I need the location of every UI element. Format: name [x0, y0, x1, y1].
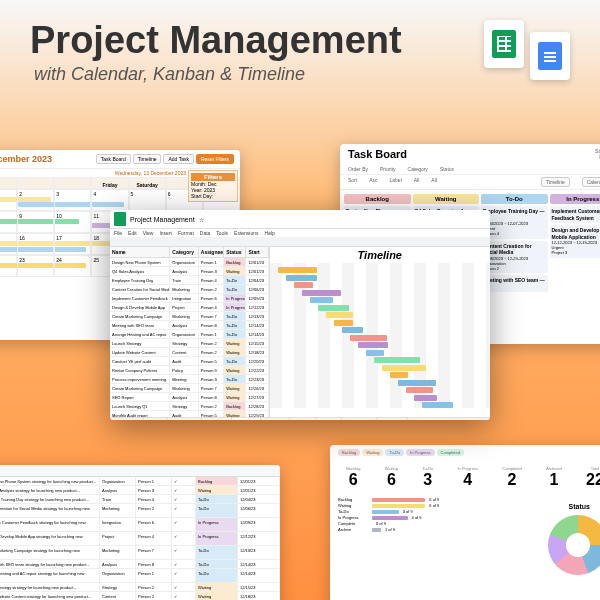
sheet-tab[interactable]: ▸ To-Do [317, 418, 342, 420]
sheet-tab[interactable]: ▸ Backlog [261, 418, 289, 420]
gantt-bar[interactable] [286, 275, 317, 281]
table-row[interactable]: Design New Phone System strategy for lau… [0, 477, 280, 486]
table-row[interactable]: Q4 Sales Analysis strategy for launching… [0, 486, 280, 495]
menu-item[interactable]: Help [265, 230, 275, 236]
status-counts: Backlog6Waiting6To-Do3In Progress4Comple… [330, 460, 600, 495]
menu-item[interactable]: Data [200, 230, 211, 236]
gantt-bar[interactable] [310, 297, 334, 303]
status-pill: To-Do [385, 449, 404, 456]
gantt-bar[interactable] [422, 402, 453, 408]
table-row[interactable]: Meeting with SEO team strategy for launc… [0, 560, 280, 569]
menu-item[interactable]: Tools [216, 230, 228, 236]
menu-item[interactable]: Format [178, 230, 194, 236]
table-row[interactable]: Monthly Audit reportAuditPerson 5Waiting… [110, 411, 269, 417]
table-row[interactable]: Launch StrategyStrategyPerson 2Waiting12… [110, 339, 269, 348]
count-stat: Completed2 [502, 466, 521, 489]
gantt-bar[interactable] [398, 380, 437, 386]
table-row[interactable]: Launch Strategy Q1StrategyPerson 2Backlo… [110, 402, 269, 411]
gantt-bar[interactable] [318, 305, 350, 311]
table-row[interactable]: Content Creation for Social Media strate… [0, 504, 280, 518]
count-stat: Backlog6 [346, 466, 360, 489]
sheet-tab[interactable]: ▸ Waiting [290, 418, 317, 420]
reset-filters-button[interactable]: Reset Filters [196, 154, 234, 164]
table-row[interactable]: Create Marketing CampaignMarketingPerson… [110, 312, 269, 321]
sheet-tab[interactable]: ▸ Task Board [168, 418, 202, 420]
task-board-button[interactable]: Task Board [96, 154, 131, 164]
timeline-button[interactable]: Timeline [133, 154, 162, 164]
gantt-bar[interactable] [342, 327, 363, 333]
calendar-button[interactable]: Calendar [582, 177, 600, 187]
app-icons [484, 20, 570, 68]
sheet-tab[interactable]: ▸ Calendar [202, 418, 232, 420]
timeline-area[interactable]: Timeline [270, 247, 490, 417]
kanban-card[interactable]: Implement Customer Feedback System [550, 206, 601, 223]
gantt-bar[interactable] [358, 342, 388, 348]
gantt-bar[interactable] [374, 357, 420, 363]
filters-title: Filters [191, 173, 235, 181]
table-row[interactable]: Design & Develop Mobile App strategy for… [0, 532, 280, 546]
gantt-bar[interactable] [406, 387, 434, 393]
task-list[interactable]: NameCategoryAssigneeStatusStart Design N… [110, 247, 270, 417]
kanban-card[interactable]: Employee Training Day — 112/04/2023 ~ 12… [481, 206, 548, 239]
table-row[interactable]: Design & Develop Mobile AppProjectPerson… [110, 303, 269, 312]
table-row[interactable]: Update Website ContentContentPerson 2Wai… [110, 348, 269, 357]
star-icon[interactable]: ☆ [199, 216, 204, 223]
status-bar-row: Backlog6 of 9 [338, 497, 600, 502]
gantt-bar[interactable] [302, 290, 342, 296]
gantt-bar[interactable] [334, 320, 354, 326]
menu-item[interactable]: Insert [159, 230, 172, 236]
sheet-tab[interactable]: ▸ Timeline [232, 418, 261, 420]
kanban-card[interactable]: Meeting with SEO team — 3 [481, 275, 548, 292]
table-row[interactable]: Create Marketing CampaignMarketingPerson… [110, 384, 269, 393]
table-row[interactable]: Employee Training DayTrainPerson 4To-Do1… [110, 276, 269, 285]
task-board-meta: Start: 12Part: 4 [595, 148, 600, 160]
table-row[interactable]: Create Marketing Campaign strategy for l… [0, 546, 280, 560]
menu-bar[interactable]: FileEditViewInsertFormatDataToolsExtensi… [110, 229, 490, 237]
gantt-bar[interactable] [278, 267, 317, 273]
kanban-column-header: Backlog [344, 194, 411, 204]
gantt-bar[interactable] [350, 335, 387, 341]
gantt-bar[interactable] [414, 395, 437, 401]
gantt-bar[interactable] [382, 365, 426, 371]
kanban-card[interactable]: Content Creation for Social Media12/06/2… [481, 241, 548, 274]
menu-item[interactable]: File [114, 230, 122, 236]
table-row[interactable]: Arrange Heating and AC repair strategy f… [0, 569, 280, 583]
table-row[interactable]: Q4 Sales AnalysisAnalysisPerson 3Waiting… [110, 267, 269, 276]
table-row[interactable]: Update Website Content strategy for laun… [0, 592, 280, 600]
table-row[interactable]: Meeting with SEO teamAnalysisPerson 8To-… [110, 321, 269, 330]
table-row[interactable]: Design New Phone SystemOrganizationPerso… [110, 258, 269, 267]
sheet-tab[interactable]: ▸ In-Progress [342, 418, 377, 420]
calendar-month: December 2023 [0, 154, 52, 164]
table-row[interactable]: Employee Training Day strategy for launc… [0, 495, 280, 504]
gantt-bar[interactable] [390, 372, 408, 378]
table-row[interactable]: Conduct YE perf auditAuditPerson 5To-Do1… [110, 357, 269, 366]
menu-item[interactable]: View [143, 230, 154, 236]
table-row[interactable]: Launch Strategy strategy for launching n… [0, 583, 280, 592]
gantt-bar[interactable] [294, 282, 314, 288]
sheets-icon [484, 20, 524, 68]
table-row[interactable]: Implement Customer Feedback strategy for… [0, 518, 280, 532]
toolbar[interactable] [110, 237, 490, 247]
timeline-button[interactable]: Timeline [541, 177, 570, 187]
sheet-tabs[interactable]: ▸ Dashboard▸ Tasks▸ Task Board▸ Calendar… [110, 417, 490, 420]
status-label: Status [569, 503, 590, 510]
sheet-tab[interactable]: ▸ Tasks [144, 418, 168, 420]
menu-item[interactable]: Extensions [234, 230, 258, 236]
gantt-bar[interactable] [326, 312, 354, 318]
sheet-tab[interactable]: ▸ Dashboard [110, 418, 144, 420]
menu-item[interactable]: Edit [128, 230, 137, 236]
table-row[interactable]: Revise Company PoliciesPolicyPerson 9Wai… [110, 366, 269, 375]
table-row[interactable]: SEO ReportAnalysisPerson 8Waiting12/27/2… [110, 393, 269, 402]
sheet-tab[interactable]: ▸ Complete [377, 418, 408, 420]
kanban-card[interactable]: Design and Develop Mobile Application12-… [550, 225, 601, 258]
add-task-button[interactable]: Add Task [163, 154, 193, 164]
table-row[interactable]: Arrange Heating and AC repairOrganizatio… [110, 330, 269, 339]
table-row[interactable]: Content Creation for Social MediaMarketi… [110, 285, 269, 294]
detail-grid[interactable]: Design New Phone System strategy for lau… [0, 477, 280, 600]
table-row[interactable]: Implement Customer FeedbackIntegrationPe… [110, 294, 269, 303]
doc-title[interactable]: Project Management [130, 216, 195, 223]
table-row[interactable]: Process improvement meetingMeetingPerson… [110, 375, 269, 384]
count-stat: To-Do3 [422, 466, 433, 489]
gantt-bar[interactable] [366, 350, 384, 356]
filters-panel: Filters Month: Dec Year: 2023 Start Day: [188, 170, 238, 202]
